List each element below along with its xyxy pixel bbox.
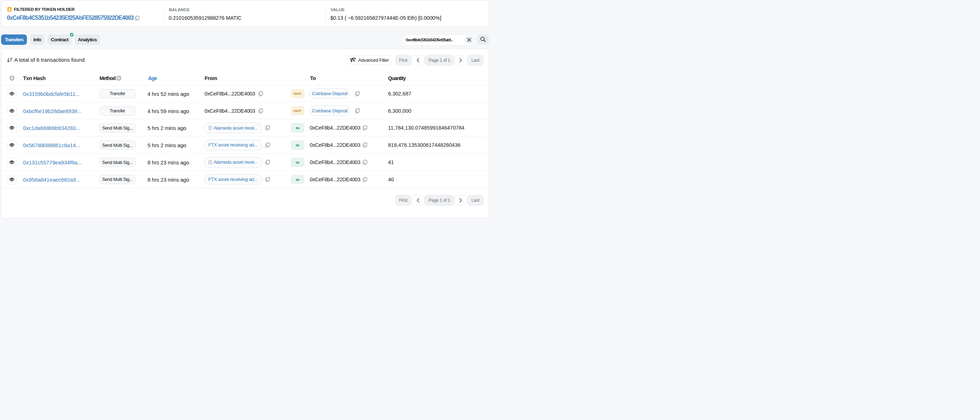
- svg-text:?: ?: [11, 76, 13, 80]
- svg-text:?: ?: [118, 76, 119, 80]
